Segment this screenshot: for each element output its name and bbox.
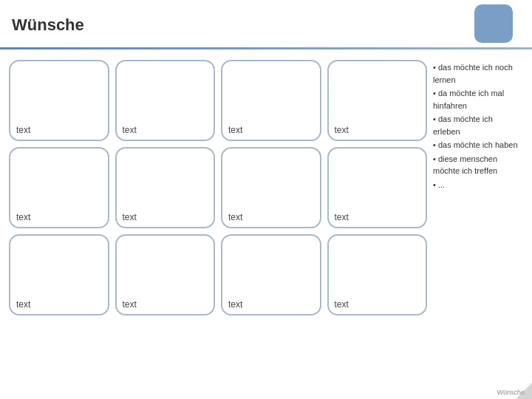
cell-text: text: [335, 212, 349, 222]
sidebar-item: • das möchte ich erleben: [433, 113, 522, 137]
cell-text: text: [16, 299, 30, 310]
cell-text: text: [335, 125, 349, 135]
cell-text: text: [228, 212, 242, 222]
grid-cell[interactable]: text: [221, 234, 321, 316]
cell-text: text: [228, 299, 242, 310]
grid-cell[interactable]: text: [9, 234, 109, 316]
grid-area: texttexttexttexttexttexttexttexttexttext…: [6, 55, 430, 320]
header-square-decoration: [474, 4, 513, 43]
main-area: texttexttexttexttexttexttexttexttexttext…: [0, 55, 532, 320]
grid-cell[interactable]: text: [327, 234, 428, 316]
grid-cell[interactable]: text: [327, 60, 428, 141]
cell-text: text: [123, 125, 137, 135]
cell-text: text: [123, 299, 137, 310]
cell-text: text: [335, 299, 349, 310]
cell-text: text: [228, 125, 242, 135]
grid-cell[interactable]: text: [115, 147, 216, 228]
svg-marker-0: [516, 383, 532, 399]
grid-cell[interactable]: text: [327, 147, 428, 228]
grid-cell[interactable]: text: [115, 60, 216, 141]
header-divider: [0, 47, 532, 50]
sidebar-item: • diese menschen möchte ich treffen: [433, 153, 522, 177]
cell-text: text: [16, 212, 30, 222]
corner-arrow-icon: [516, 383, 532, 399]
grid-cell[interactable]: text: [221, 147, 321, 228]
sidebar-item: • da möchte ich mal hinfahren: [433, 87, 522, 112]
sidebar-item: • das möchte ich haben: [433, 139, 522, 151]
sidebar-item: • das möchte ich noch lernen: [433, 61, 522, 86]
header: Wünsche: [0, 0, 532, 47]
sidebar-item: • ...: [433, 179, 522, 191]
grid-cell[interactable]: text: [9, 60, 109, 141]
grid-cell[interactable]: text: [115, 234, 216, 316]
page-title: Wünsche: [12, 16, 84, 35]
grid-cell[interactable]: text: [9, 147, 109, 228]
cell-text: text: [16, 125, 30, 135]
grid-cell[interactable]: text: [221, 60, 321, 141]
sidebar: • das möchte ich noch lernen• da möchte …: [430, 55, 526, 320]
cell-text: text: [123, 212, 137, 222]
page-container: Wünsche texttexttexttexttexttexttexttext…: [0, 0, 532, 399]
